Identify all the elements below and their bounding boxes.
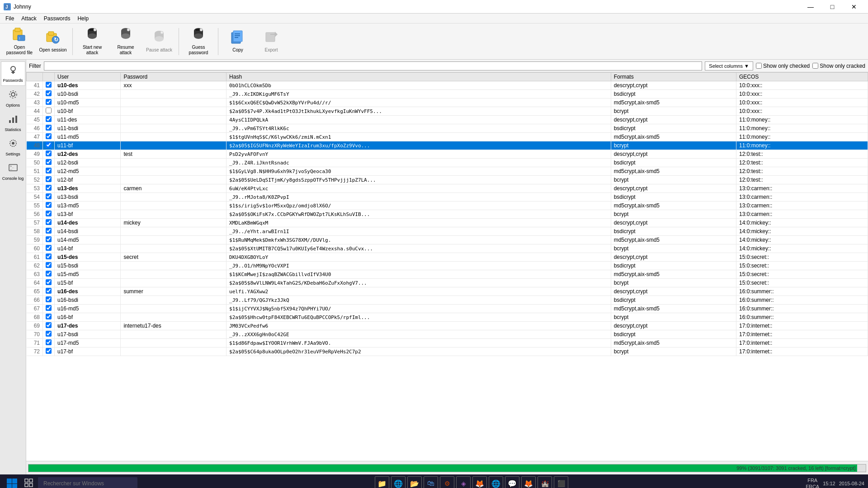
row-checkbox[interactable] <box>46 253 52 259</box>
row-checkbox-cell[interactable] <box>43 90 55 99</box>
sidebar-item-options[interactable]: Options <box>1 87 25 110</box>
guess-password-button[interactable]: Guess password <box>183 26 214 57</box>
row-checkbox-cell[interactable] <box>43 141 55 150</box>
taskbar-app-app11[interactable]: 🏰 <box>538 476 552 488</box>
table-row[interactable]: 71 u17-md5 $1$d86Fdpaw$IYOOR1VrhWmV.FJAa… <box>27 339 868 347</box>
row-checkbox-cell[interactable] <box>43 202 55 210</box>
table-row[interactable]: 61 u15-des secret DKU4DXGBOYLoY descrypt… <box>27 253 868 262</box>
row-checkbox-cell[interactable] <box>43 296 55 305</box>
row-checkbox-cell[interactable] <box>43 339 55 347</box>
table-row[interactable]: 72 u17-bf $2a$05$C64p8ukaOOLp0eO2hr31euV… <box>27 347 868 356</box>
row-checkbox[interactable] <box>46 331 52 337</box>
row-checkbox[interactable] <box>46 245 52 251</box>
table-row[interactable]: 45 u11-des 4AysC1IDPQLkA descrypt,crypt … <box>27 116 868 124</box>
table-row[interactable]: 46 u11-bsdi _J9..vPm6TSYt4RlkK6c bsdicry… <box>27 124 868 133</box>
row-checkbox-cell[interactable] <box>43 210 55 219</box>
filter-input[interactable] <box>44 61 703 70</box>
sidebar-item-statistics[interactable]: Statistics <box>1 111 25 135</box>
table-row[interactable]: 41 u10-des xxx 0bO1hCLCOkm5Db descrypt,c… <box>27 81 868 90</box>
start-new-attack-button[interactable]: Start new attack <box>76 26 108 57</box>
table-row[interactable]: 69 u17-des internetu17-des JM03VCxPedfw6… <box>27 322 868 330</box>
table-row[interactable]: 68 u16-bf $2a$05$Hhcw0tpF84XEBCWRTu6EQuB… <box>27 313 868 322</box>
menu-item-file[interactable]: File <box>2 14 18 23</box>
row-checkbox-cell[interactable] <box>43 167 55 176</box>
row-checkbox-cell[interactable] <box>43 107 55 116</box>
table-row[interactable]: 47 u11-md5 $1$tgUVnHqS$C/K6lywCKk6/zmiN.… <box>27 133 868 141</box>
row-checkbox[interactable] <box>46 108 52 113</box>
open-password-file-button[interactable]: ↑ Open password file <box>4 26 35 57</box>
row-checkbox[interactable] <box>46 176 52 182</box>
row-checkbox-cell[interactable] <box>43 236 55 244</box>
open-session-button[interactable]: ↻ Open session <box>37 26 69 57</box>
row-checkbox[interactable] <box>46 82 52 88</box>
col-gecos[interactable]: GECOS <box>736 73 868 81</box>
table-row[interactable]: 56 u13-bf $2a$05$OKiFsK7x.CCbPGKYwRfDWOZ… <box>27 210 868 219</box>
resume-attack-button[interactable]: Resume attack <box>110 26 142 57</box>
table-row[interactable]: 65 u16-des summer uelfi.YAGXww2 descrypt… <box>27 287 868 296</box>
row-checkbox-cell[interactable] <box>43 244 55 253</box>
row-checkbox[interactable] <box>46 133 52 139</box>
show-only-cracked-checkbox[interactable] <box>812 63 818 69</box>
table-row[interactable]: 42 u10-bsdi _J9..XcIKDKiguMF6TsY bsdicry… <box>27 90 868 99</box>
show-only-checked-label[interactable]: Show only checked <box>756 63 810 69</box>
table-row[interactable]: 62 u15-bsdi _J9..O1/hM9NpYOcVXPI bsdicry… <box>27 262 868 270</box>
table-row[interactable]: 55 u13-md5 $1$s/irig5v$1orM5xxQpz/omdjo8… <box>27 202 868 210</box>
row-checkbox-cell[interactable] <box>43 313 55 322</box>
col-formats[interactable]: Formats <box>611 73 736 81</box>
row-checkbox-cell[interactable] <box>43 150 55 159</box>
taskbar-app-app12[interactable]: ⬛ <box>554 476 568 488</box>
table-row[interactable]: 48 u11-bf $2a$05$IG5UFNnzXRyWeWeYIzaIrum… <box>27 141 868 150</box>
table-row[interactable]: 59 u14-md5 $1$RuNMqMek$DmkfxWh3SG78XM//D… <box>27 236 868 244</box>
table-row[interactable]: 58 u14-bsdi _J9../eYht.arwBIrn1I bsdicry… <box>27 227 868 236</box>
row-checkbox-cell[interactable] <box>43 322 55 330</box>
row-checkbox[interactable] <box>46 116 52 122</box>
row-checkbox-cell[interactable] <box>43 347 55 356</box>
table-row[interactable]: 50 u12-bsdi _J9..Z4R.iJkntRsnadc bsdicry… <box>27 159 868 167</box>
row-checkbox[interactable] <box>46 305 52 311</box>
row-checkbox[interactable] <box>46 202 52 208</box>
table-row[interactable]: 49 u12-des test PsD2yvAFOFvnY descrypt,c… <box>27 150 868 159</box>
row-checkbox[interactable] <box>46 296 52 302</box>
pause-attack-button[interactable]: Pause attack <box>143 26 175 57</box>
row-checkbox[interactable] <box>46 142 52 148</box>
row-checkbox-cell[interactable] <box>43 287 55 296</box>
minimize-button[interactable]: — <box>800 0 821 14</box>
row-checkbox[interactable] <box>46 262 52 268</box>
row-checkbox-cell[interactable] <box>43 219 55 227</box>
taskbar-app-store[interactable]: 🛍 <box>424 476 438 488</box>
taskbar-app-folder[interactable]: 📂 <box>407 476 422 488</box>
row-checkbox[interactable] <box>46 228 52 234</box>
task-view-button[interactable] <box>23 477 35 488</box>
copy-button[interactable]: Copy <box>222 26 254 57</box>
row-checkbox[interactable] <box>46 348 52 354</box>
col-check[interactable] <box>43 73 55 81</box>
row-checkbox-cell[interactable] <box>43 133 55 141</box>
row-checkbox[interactable] <box>46 99 52 105</box>
table-row[interactable]: 66 u16-bsdi _J9..Lf79/QGJYkz3JkQ bsdicry… <box>27 296 868 305</box>
row-checkbox-cell[interactable] <box>43 81 55 90</box>
row-checkbox-cell[interactable] <box>43 227 55 236</box>
taskbar-search-input[interactable] <box>38 477 137 488</box>
row-checkbox[interactable] <box>46 168 52 174</box>
row-checkbox[interactable] <box>46 279 52 285</box>
row-checkbox[interactable] <box>46 159 52 165</box>
row-checkbox[interactable] <box>46 90 52 96</box>
row-checkbox-cell[interactable] <box>43 330 55 339</box>
row-checkbox[interactable] <box>46 314 52 319</box>
table-row[interactable]: 70 u17-bsdi _J9..zXXX6gHn0oC42GE bsdicry… <box>27 330 868 339</box>
taskbar-app-explorer[interactable]: 📁 <box>375 476 389 488</box>
row-checkbox-cell[interactable] <box>43 124 55 133</box>
menu-item-help[interactable]: Help <box>74 14 92 23</box>
row-checkbox[interactable] <box>46 125 52 131</box>
table-row[interactable]: 67 u16-md5 $1$ijCYYVXJ$Ng5nbf5X94z7QhPHY… <box>27 305 868 313</box>
row-checkbox-cell[interactable] <box>43 159 55 167</box>
row-checkbox[interactable] <box>46 211 52 216</box>
taskbar-app-vs[interactable]: ◈ <box>456 476 471 488</box>
row-checkbox[interactable] <box>46 219 52 225</box>
menu-item-passwords[interactable]: Passwords <box>40 14 74 23</box>
row-checkbox-cell[interactable] <box>43 262 55 270</box>
sidebar-item-passwords[interactable]: Passwords <box>1 61 25 86</box>
menu-item-attack[interactable]: Attack <box>18 14 40 23</box>
row-checkbox[interactable] <box>46 236 52 242</box>
table-row[interactable]: 51 u12-md5 $1$GyLVg8.N$HH9u6xh9k7jvoSyQe… <box>27 167 868 176</box>
